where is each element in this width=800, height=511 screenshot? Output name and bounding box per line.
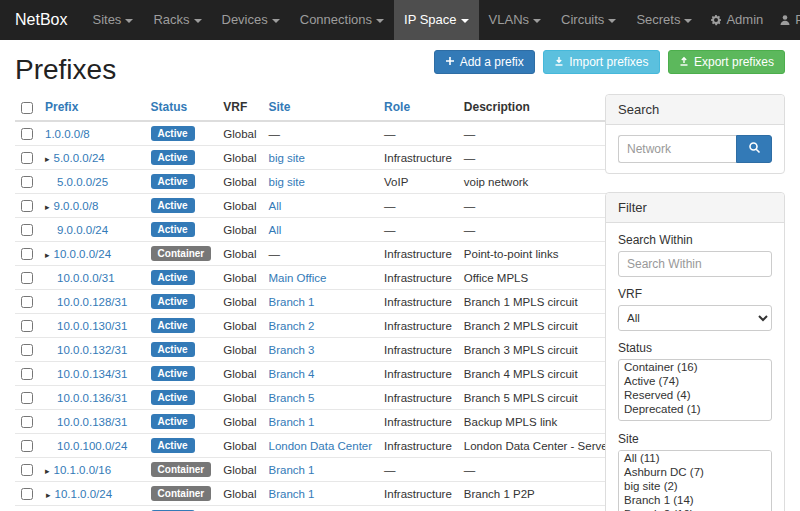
- prefix-link[interactable]: 10.0.0.138/31: [57, 416, 127, 428]
- add-prefix-button[interactable]: Add a prefix: [434, 50, 535, 74]
- filter-option[interactable]: Branch 2 (10): [619, 507, 771, 511]
- row-checkbox[interactable]: [21, 464, 33, 476]
- indent-spacer: [45, 449, 57, 450]
- site-link[interactable]: London Data Center: [268, 440, 372, 452]
- site-link[interactable]: big site: [268, 176, 304, 188]
- select-all-checkbox[interactable]: [21, 102, 33, 114]
- prefix-link[interactable]: 10.1.0.0/16: [54, 464, 112, 476]
- prefix-link[interactable]: 10.0.0.130/31: [57, 320, 127, 332]
- filter-option[interactable]: Deprecated (1): [619, 402, 771, 416]
- row-checkbox[interactable]: [21, 296, 33, 308]
- row-checkbox[interactable]: [21, 416, 33, 428]
- app-brand[interactable]: NetBox: [0, 0, 82, 40]
- site-link[interactable]: big site: [268, 152, 304, 164]
- indent-spacer: [45, 233, 57, 234]
- row-checkbox[interactable]: [21, 272, 33, 284]
- site-link[interactable]: Main Office: [268, 272, 326, 284]
- profile-link[interactable]: Profile: [771, 0, 800, 40]
- status-badge: Active: [151, 198, 195, 213]
- chevron-down-icon: [272, 19, 280, 23]
- prefix-link[interactable]: 5.0.0.0/25: [57, 176, 108, 188]
- row-checkbox[interactable]: [21, 440, 33, 452]
- site-link[interactable]: Branch 3: [268, 344, 314, 356]
- col-header-prefix[interactable]: Prefix: [39, 94, 145, 121]
- expand-toggle-icon[interactable]: ▸: [46, 490, 51, 500]
- search-within-input[interactable]: [618, 251, 772, 277]
- table-row: 9.0.0.0/24ActiveGlobalAll——: [15, 218, 663, 242]
- expand-toggle-icon[interactable]: ▸: [45, 466, 50, 476]
- col-header-role[interactable]: Role: [378, 94, 458, 121]
- nav-circuits[interactable]: Circuits: [551, 0, 626, 40]
- row-select-cell: [15, 121, 39, 146]
- row-checkbox[interactable]: [21, 128, 33, 140]
- indent-spacer: [45, 425, 57, 426]
- nav-connections[interactable]: Connections: [290, 0, 394, 40]
- filter-option[interactable]: All (11): [619, 451, 771, 465]
- prefix-link[interactable]: 9.0.0.0/24: [57, 224, 108, 236]
- prefix-link[interactable]: 10.0.0.0/31: [57, 272, 115, 284]
- filter-option[interactable]: Branch 1 (14): [619, 493, 771, 507]
- row-checkbox[interactable]: [21, 488, 33, 500]
- nav-sites[interactable]: Sites: [82, 0, 143, 40]
- filter-option[interactable]: Active (74): [619, 374, 771, 388]
- nav-ip-space[interactable]: IP Space: [394, 0, 479, 40]
- site-filter-select[interactable]: All (11)Ashburn DC (7)big site (2)Branch…: [618, 450, 772, 511]
- site-link[interactable]: Branch 4: [268, 368, 314, 380]
- row-checkbox[interactable]: [21, 344, 33, 356]
- site-link[interactable]: All: [268, 200, 281, 212]
- row-checkbox[interactable]: [21, 368, 33, 380]
- filter-option[interactable]: Container (16): [619, 360, 771, 374]
- prefix-cell: ▸10.1.0.0/16: [39, 458, 145, 482]
- status-badge: Active: [151, 174, 195, 189]
- site-link[interactable]: Branch 1: [268, 416, 314, 428]
- prefix-link[interactable]: 1.0.0.0/8: [45, 128, 90, 140]
- nav-vlans[interactable]: VLANs: [479, 0, 551, 40]
- prefix-link[interactable]: 10.1.0.0/24: [55, 488, 113, 500]
- row-checkbox[interactable]: [21, 152, 33, 164]
- prefix-link[interactable]: 10.0.0.134/31: [57, 368, 127, 380]
- prefix-link[interactable]: 10.0.0.0/24: [54, 248, 112, 260]
- filter-option[interactable]: Reserved (4): [619, 388, 771, 402]
- status-cell: Active: [145, 410, 218, 434]
- search-button[interactable]: [736, 135, 772, 163]
- status-filter-select[interactable]: Container (16)Active (74)Reserved (4)Dep…: [618, 359, 772, 421]
- row-checkbox[interactable]: [21, 224, 33, 236]
- status-cell: Active: [145, 218, 218, 242]
- prefix-link[interactable]: 10.0.100.0/24: [57, 440, 127, 452]
- site-link[interactable]: Branch 2: [268, 320, 314, 332]
- col-header-status[interactable]: Status: [145, 94, 218, 121]
- nav-devices[interactable]: Devices: [212, 0, 290, 40]
- expand-toggle-icon[interactable]: ▸: [45, 202, 50, 212]
- table-row: ▸10.0.0.0/24ContainerGlobal—Infrastructu…: [15, 242, 663, 266]
- site-link[interactable]: Branch 1: [268, 488, 314, 500]
- status-cell: Active: [145, 362, 218, 386]
- table-row: 10.0.0.138/31ActiveGlobalBranch 1Infrast…: [15, 410, 663, 434]
- search-input[interactable]: [618, 135, 736, 163]
- filter-option[interactable]: big site (2): [619, 479, 771, 493]
- prefix-link[interactable]: 10.0.0.132/31: [57, 344, 127, 356]
- row-checkbox[interactable]: [21, 176, 33, 188]
- nav-secrets[interactable]: Secrets: [626, 0, 702, 40]
- prefix-link[interactable]: 10.0.0.128/31: [57, 296, 127, 308]
- nav-racks[interactable]: Racks: [143, 0, 211, 40]
- row-checkbox[interactable]: [21, 320, 33, 332]
- row-checkbox[interactable]: [21, 392, 33, 404]
- col-header-site[interactable]: Site: [262, 94, 378, 121]
- site-link[interactable]: Branch 1: [268, 296, 314, 308]
- expand-toggle-icon[interactable]: ▸: [45, 250, 50, 260]
- site-link[interactable]: Branch 5: [268, 392, 314, 404]
- vrf-select[interactable]: All: [618, 305, 772, 331]
- import-prefixes-button[interactable]: Import prefixes: [543, 50, 659, 74]
- role-cell: —: [378, 506, 458, 511]
- prefix-link[interactable]: 9.0.0.0/8: [54, 200, 99, 212]
- prefix-link[interactable]: 5.0.0.0/24: [54, 152, 105, 164]
- site-link[interactable]: All: [268, 224, 281, 236]
- expand-toggle-icon[interactable]: ▸: [45, 154, 50, 164]
- row-checkbox[interactable]: [21, 200, 33, 212]
- export-prefixes-button[interactable]: Export prefixes: [668, 50, 785, 74]
- row-checkbox[interactable]: [21, 248, 33, 260]
- prefix-link[interactable]: 10.0.0.136/31: [57, 392, 127, 404]
- admin-link[interactable]: Admin: [702, 0, 771, 40]
- site-link[interactable]: Branch 1: [268, 464, 314, 476]
- filter-option[interactable]: Ashburn DC (7): [619, 465, 771, 479]
